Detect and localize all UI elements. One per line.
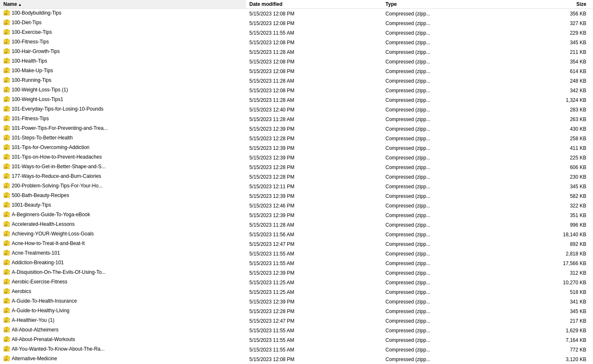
table-row[interactable]: ZIP A-Guide-To-Health-Insurance5/15/2023… <box>0 297 593 306</box>
file-size-cell: 345 KB <box>523 306 593 316</box>
file-size-cell: 341 KB <box>523 297 593 306</box>
file-size-cell: 614 KB <box>523 66 593 76</box>
column-header-size[interactable]: Size <box>523 0 593 9</box>
svg-rect-212 <box>5 298 8 299</box>
table-row[interactable]: ZIP Acne-Treatments-1015/15/2023 11:55 A… <box>0 249 593 258</box>
file-date-cell: 5/15/2023 12:39 PM <box>246 268 382 278</box>
file-name-cell: ZIP 100-Running-Tips <box>0 76 246 86</box>
svg-rect-79 <box>5 116 8 117</box>
file-size-cell: 17,566 KB <box>523 258 593 268</box>
table-row[interactable]: ZIP All-About-Alzheimers5/15/2023 11:55 … <box>0 326 593 335</box>
svg-rect-108 <box>6 155 7 156</box>
table-row[interactable]: ZIP 101-Fitness-Tips5/15/2023 11:28 AMCo… <box>0 114 593 124</box>
svg-text:ZIP: ZIP <box>4 234 8 236</box>
table-row[interactable]: ZIP A-Beginners-Guide-To-Yoga-eBook5/15/… <box>0 210 593 220</box>
table-row[interactable]: ZIP 177-Ways-to-Reduce-and-Burn-Calories… <box>0 172 593 182</box>
file-date-cell: 5/15/2023 12:08 PM <box>246 9 382 19</box>
svg-rect-248 <box>6 347 7 348</box>
table-row[interactable]: ZIP All-About-Prenatal-Workouts5/15/2023… <box>0 335 593 345</box>
file-type-cell: Compressed (zipp... <box>382 249 523 258</box>
table-row[interactable]: ZIP 100-Weight-Loss-Tips (1)5/15/2023 12… <box>0 86 593 95</box>
table-row[interactable]: ZIP 100-Running-Tips5/15/2023 11:28 AMCo… <box>0 76 593 86</box>
table-row[interactable]: ZIP 101-Steps-To-Better-Health5/15/2023 … <box>0 134 593 143</box>
table-row[interactable]: ZIP 200-Problem-Solving-Tips-For-Your-Ho… <box>0 182 593 191</box>
svg-text:ZIP: ZIP <box>4 282 8 284</box>
file-type-cell: Compressed (zipp... <box>382 86 523 95</box>
table-row[interactable]: ZIP 100-Diet-Tips5/15/2023 12:08 PMCompr… <box>0 18 593 28</box>
table-row[interactable]: ZIP 101-Ways-to-Get-in-Better-Shape-and-… <box>0 162 593 172</box>
file-name-cell: ZIP 100-Make-Up-Tips <box>0 66 246 76</box>
table-row[interactable]: ZIP 101-Tips-on-How-to-Prevent-Headaches… <box>0 153 593 162</box>
file-name-text: 100-Bodybuilding-Tips <box>12 10 61 16</box>
file-name-text: 100-Exercise-Tips <box>12 29 52 35</box>
file-name-text: Addiction-Breaking-101 <box>12 260 64 265</box>
table-row[interactable]: ZIP 101-Power-Tips-For-Preventing-and-Tr… <box>0 124 593 134</box>
file-size-cell: 217 KB <box>523 316 593 326</box>
table-row[interactable]: ZIP A-Healthier-You (1)5/15/2023 12:47 P… <box>0 316 593 326</box>
file-name-text: 100-Health-Tips <box>12 58 47 64</box>
svg-rect-191 <box>5 269 8 270</box>
file-size-cell: 230 KB <box>523 172 593 182</box>
table-row[interactable]: ZIP Achieving-YOUR-Weight-Loss-Goals5/15… <box>0 230 593 239</box>
table-row[interactable]: ZIP Addiction-Breaking-1015/15/2023 11:5… <box>0 258 593 268</box>
file-name-text: Achieving-YOUR-Weight-Loss-Goals <box>12 231 94 237</box>
svg-rect-59 <box>6 88 7 89</box>
table-row[interactable]: ZIP 100-Hair-Growth-Tips5/15/2023 11:28 … <box>0 47 593 57</box>
svg-text:ZIP: ZIP <box>4 272 8 275</box>
table-row[interactable]: ZIP A-Disquisition-On-The-Evils-Of-Using… <box>0 268 593 278</box>
table-row[interactable]: ZIP All-You-Wanted-To-Know-About-The-Ra.… <box>0 345 593 354</box>
table-row[interactable]: ZIP 101-Tips-for-Overcoming-Addiction5/1… <box>0 143 593 153</box>
file-date-cell: 5/15/2023 12:28 PM <box>246 162 382 172</box>
file-type-cell: Compressed (zipp... <box>382 172 523 182</box>
svg-text:ZIP: ZIP <box>4 215 8 217</box>
file-size-cell: 892 KB <box>523 239 593 249</box>
file-type-cell: Compressed (zipp... <box>382 316 523 326</box>
column-header-date[interactable]: Date modified <box>246 0 382 9</box>
file-date-cell: 5/15/2023 11:55 AM <box>246 28 382 38</box>
svg-rect-115 <box>6 165 7 166</box>
table-row[interactable]: ZIP 500-Bath-Beauty-Recipes5/15/2023 12:… <box>0 191 593 201</box>
column-header-type[interactable]: Type <box>382 0 523 9</box>
file-size-cell: 772 KB <box>523 345 593 354</box>
svg-rect-157 <box>6 222 7 223</box>
file-name-text: 100-Fitness-Tips <box>12 39 49 45</box>
table-row[interactable]: ZIP Aerobics5/15/2023 11:25 AMCompressed… <box>0 287 593 297</box>
table-row[interactable]: ZIP Alternative-Medicine5/15/2023 12:08 … <box>0 354 593 364</box>
table-row[interactable]: ZIP Aerobic-Exercise-Fitness5/15/2023 11… <box>0 278 593 287</box>
table-row[interactable]: ZIP 1001-Beauty-Tips5/15/2023 12:46 PMCo… <box>0 201 593 210</box>
table-row[interactable]: ZIP 101-Everyday-Tips-for-Losing-10-Poun… <box>0 105 593 114</box>
table-row[interactable]: ZIP 100-Fitness-Tips5/15/2023 12:08 PMCo… <box>0 38 593 47</box>
svg-rect-170 <box>5 240 8 242</box>
file-size-cell: 258 KB <box>523 134 593 143</box>
file-type-cell: Compressed (zipp... <box>382 28 523 38</box>
file-name-text: All-You-Wanted-To-Know-About-The-Ra... <box>12 346 105 352</box>
svg-rect-114 <box>5 164 8 165</box>
table-row[interactable]: ZIP Accelerated-Health-Lessons5/15/2023 … <box>0 220 593 230</box>
file-name-text: 101-Ways-to-Get-in-Better-Shape-and-S... <box>12 164 106 169</box>
file-date-cell: 5/15/2023 12:46 PM <box>246 201 382 210</box>
table-row[interactable]: ZIP A-Guide-to-Healthy-Living5/15/2023 1… <box>0 306 593 316</box>
table-row[interactable]: ZIP 100-Make-Up-Tips5/15/2023 12:08 PMCo… <box>0 66 593 76</box>
file-date-cell: 5/15/2023 11:28 AM <box>246 114 382 124</box>
file-type-cell: Compressed (zipp... <box>382 57 523 66</box>
file-date-cell: 5/15/2023 12:08 PM <box>246 18 382 28</box>
file-type-cell: Compressed (zipp... <box>382 278 523 287</box>
column-header-name[interactable]: Name <box>0 0 246 9</box>
svg-rect-31 <box>6 50 7 51</box>
svg-rect-3 <box>6 11 7 12</box>
file-name-cell: ZIP 101-Ways-to-Get-in-Better-Shape-and-… <box>0 162 246 172</box>
table-row[interactable]: ZIP 100-Bodybuilding-Tips5/15/2023 12:08… <box>0 9 593 19</box>
file-size-cell: 225 KB <box>523 153 593 162</box>
table-row[interactable]: ZIP 100-Exercise-Tips5/15/2023 11:55 AMC… <box>0 28 593 38</box>
svg-text:ZIP: ZIP <box>4 339 8 342</box>
file-date-cell: 5/15/2023 12:08 PM <box>246 66 382 76</box>
table-row[interactable]: ZIP Acne-How-to-Treat-It-and-Beat-It5/15… <box>0 239 593 249</box>
file-list-container[interactable]: Name Date modified Type Size ZIP 100-Bod… <box>0 0 593 364</box>
table-row[interactable]: ZIP 100-Weight-Loss-Tips15/15/2023 11:28… <box>0 95 593 105</box>
file-type-cell: Compressed (zipp... <box>382 76 523 86</box>
file-name-cell: ZIP A-Guide-To-Health-Insurance <box>0 297 246 306</box>
svg-rect-255 <box>6 357 7 358</box>
file-name-text: 101-Power-Tips-For-Preventing-and-Trea..… <box>12 125 108 131</box>
table-row[interactable]: ZIP 100-Health-Tips5/15/2023 12:08 PMCom… <box>0 57 593 66</box>
svg-text:ZIP: ZIP <box>4 301 8 303</box>
